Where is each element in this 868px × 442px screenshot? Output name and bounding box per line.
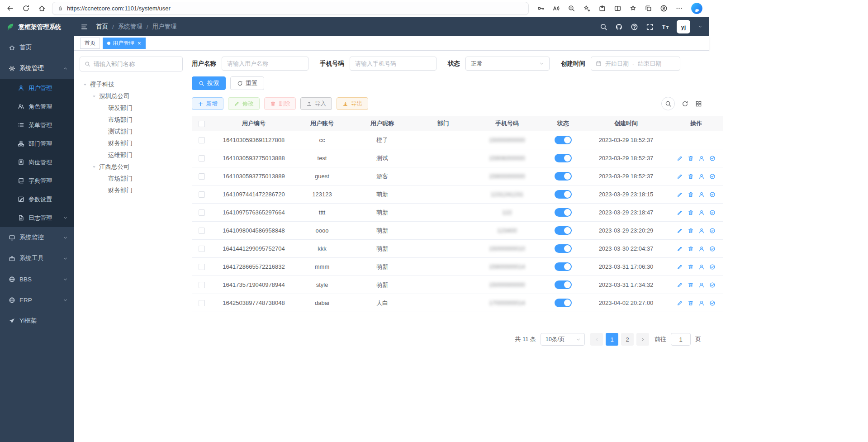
hamburger-icon[interactable] bbox=[81, 23, 88, 31]
row-checkbox[interactable] bbox=[199, 264, 205, 270]
column-header-6[interactable]: 创建时间 bbox=[583, 116, 669, 131]
tree-node-8[interactable]: 市场部门 bbox=[80, 173, 183, 185]
row-checkbox[interactable] bbox=[199, 137, 205, 143]
page-size-select[interactable]: 10条/页 bbox=[541, 333, 585, 346]
tree-node-2[interactable]: 研发部门 bbox=[80, 102, 183, 114]
delete-icon[interactable] bbox=[688, 264, 694, 270]
delete-button[interactable]: 删除 bbox=[264, 97, 296, 110]
assign-role-icon[interactable] bbox=[709, 282, 716, 288]
address-bar[interactable]: https://ccnetcore.com:1101/system/user bbox=[52, 2, 529, 15]
close-icon[interactable]: × bbox=[138, 40, 141, 46]
column-header-5[interactable]: 状态 bbox=[544, 116, 583, 131]
edit-icon[interactable] bbox=[677, 282, 683, 288]
edit-icon[interactable] bbox=[677, 173, 683, 180]
breadcrumb-item[interactable]: 用户管理 bbox=[152, 23, 177, 31]
phone-input[interactable] bbox=[350, 57, 436, 71]
search-icon[interactable] bbox=[600, 23, 607, 31]
status-toggle[interactable] bbox=[555, 226, 572, 235]
sidebar-item-6[interactable]: Yi框架 bbox=[0, 310, 74, 331]
assign-role-icon[interactable] bbox=[709, 173, 716, 180]
sidebar-subitem-1[interactable]: 角色管理 bbox=[0, 97, 74, 116]
delete-icon[interactable] bbox=[688, 209, 694, 216]
edit-icon[interactable] bbox=[677, 228, 683, 234]
fullscreen-icon[interactable] bbox=[646, 23, 654, 31]
status-toggle[interactable] bbox=[555, 262, 572, 271]
breadcrumb-item[interactable]: 首页 bbox=[96, 23, 108, 31]
column-header-0[interactable]: 用户编号 bbox=[212, 116, 296, 131]
assign-role-icon[interactable] bbox=[709, 209, 716, 216]
delete-icon[interactable] bbox=[688, 155, 694, 162]
delete-icon[interactable] bbox=[688, 228, 694, 234]
tree-node-3[interactable]: 市场部门 bbox=[80, 114, 183, 126]
sidebar-subitem-2[interactable]: 菜单管理 bbox=[0, 116, 74, 134]
collections-icon[interactable] bbox=[645, 5, 652, 12]
column-header-3[interactable]: 部门 bbox=[416, 116, 470, 131]
sidebar-item-2[interactable]: 系统监控 bbox=[0, 227, 74, 248]
tree-node-6[interactable]: 运维部门 bbox=[80, 149, 183, 161]
refresh-icon[interactable] bbox=[22, 5, 30, 12]
reset-password-icon[interactable] bbox=[698, 209, 705, 216]
row-checkbox[interactable] bbox=[199, 173, 205, 180]
username-input[interactable] bbox=[222, 57, 308, 71]
column-header-1[interactable]: 用户账号 bbox=[296, 116, 348, 131]
zoom-out-icon[interactable] bbox=[568, 5, 575, 12]
select-all-checkbox[interactable] bbox=[199, 121, 205, 127]
row-checkbox[interactable] bbox=[199, 209, 205, 216]
page-button-1[interactable]: 1 bbox=[606, 333, 618, 346]
tree-node-1[interactable]: 深圳总公司 bbox=[80, 90, 183, 102]
tree-node-4[interactable]: 测试部门 bbox=[80, 126, 183, 138]
add-button[interactable]: 新增 bbox=[192, 97, 223, 110]
breadcrumb-item[interactable]: 系统管理 bbox=[118, 23, 142, 31]
date-range-picker[interactable]: 开始日期 - 结束日期 bbox=[591, 57, 680, 71]
status-toggle[interactable] bbox=[555, 154, 572, 162]
status-toggle[interactable] bbox=[555, 136, 572, 144]
font-size-icon[interactable]: TT bbox=[661, 23, 669, 31]
edit-icon[interactable] bbox=[677, 264, 683, 270]
home-icon[interactable] bbox=[38, 5, 46, 12]
toggle-search-button[interactable] bbox=[661, 97, 675, 110]
status-select[interactable]: 正常 bbox=[465, 57, 550, 71]
reset-password-icon[interactable] bbox=[698, 246, 705, 252]
edit-icon[interactable] bbox=[677, 191, 683, 198]
sidebar-item-3[interactable]: 系统工具 bbox=[0, 248, 74, 269]
profile-icon[interactable] bbox=[660, 5, 668, 12]
assign-role-icon[interactable] bbox=[709, 264, 716, 270]
reset-password-icon[interactable] bbox=[698, 282, 705, 288]
user-avatar[interactable]: yj bbox=[677, 20, 690, 33]
reset-password-icon[interactable] bbox=[698, 191, 705, 198]
edit-button[interactable]: 修改 bbox=[228, 97, 260, 110]
row-checkbox[interactable] bbox=[199, 282, 205, 288]
edit-icon[interactable] bbox=[677, 246, 683, 252]
question-icon[interactable] bbox=[631, 23, 638, 31]
sidebar-subitem-5[interactable]: 字典管理 bbox=[0, 171, 74, 190]
column-header-2[interactable]: 用户昵称 bbox=[348, 116, 416, 131]
status-toggle[interactable] bbox=[555, 190, 572, 199]
reset-button[interactable]: 重置 bbox=[230, 76, 264, 90]
back-arrow-icon[interactable] bbox=[6, 5, 14, 12]
prev-page-button[interactable] bbox=[590, 333, 603, 346]
more-icon[interactable] bbox=[675, 5, 683, 12]
key-icon[interactable] bbox=[537, 5, 545, 12]
bing-icon[interactable] bbox=[691, 2, 703, 14]
sidebar-subitem-3[interactable]: 部门管理 bbox=[0, 134, 74, 153]
edit-icon[interactable] bbox=[677, 300, 683, 306]
status-toggle[interactable] bbox=[555, 299, 572, 307]
reset-password-icon[interactable] bbox=[698, 173, 705, 180]
sidebar-subitem-0[interactable]: 用户管理 bbox=[0, 79, 74, 97]
assign-role-icon[interactable] bbox=[709, 191, 716, 198]
tree-node-9[interactable]: 财务部门 bbox=[80, 185, 183, 196]
tab-1[interactable]: 用户管理× bbox=[103, 38, 146, 49]
extensions-icon[interactable] bbox=[598, 5, 606, 12]
sidebar-item-0[interactable]: 首页 bbox=[0, 37, 74, 58]
assign-role-icon[interactable] bbox=[709, 228, 716, 234]
assign-role-icon[interactable] bbox=[709, 155, 716, 162]
tree-node-7[interactable]: 江西总公司 bbox=[80, 161, 183, 173]
status-toggle[interactable] bbox=[555, 172, 572, 181]
edit-icon[interactable] bbox=[677, 155, 683, 162]
sidebar-subitem-6[interactable]: 参数设置 bbox=[0, 190, 74, 209]
delete-icon[interactable] bbox=[688, 282, 694, 288]
assign-role-icon[interactable] bbox=[709, 300, 716, 306]
refresh-table-button[interactable] bbox=[682, 100, 688, 107]
delete-icon[interactable] bbox=[688, 300, 694, 306]
goto-page-input[interactable] bbox=[671, 333, 691, 346]
